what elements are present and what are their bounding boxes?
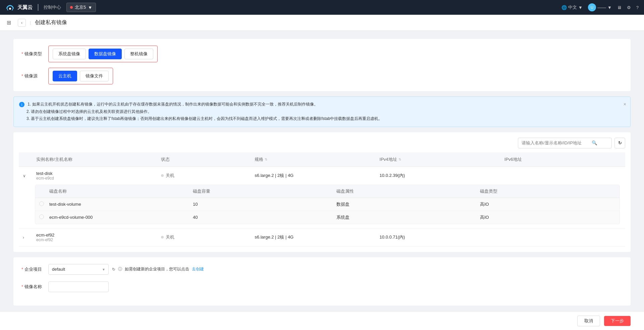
table-row[interactable]: ∨ test-disk ecm-e9cd 关机 s6.large.2 | 2核 … <box>19 167 625 185</box>
image-file-source-btn[interactable]: 镜像文件 <box>80 71 109 81</box>
name-col-2: ecm-ef92 ecm-ef92 <box>32 233 157 242</box>
back-button[interactable]: ‹ <box>18 19 26 27</box>
info-icon: i <box>19 102 24 107</box>
disk-attribute-1: 数据盘 <box>332 201 476 207</box>
monitor-icon: 🖥 <box>617 5 622 10</box>
refresh-button[interactable]: ↻ <box>614 138 625 148</box>
instance-name-1: test-disk <box>36 171 153 176</box>
radio-btn-1[interactable] <box>39 201 44 206</box>
image-source-row: 镜像源 云主机 镜像文件 <box>21 68 623 84</box>
globe-icon: 🌐 <box>561 5 567 10</box>
info-line-2: 2. 请勿在创建镜像过程中对选择的云主机及相关联资源进行其他操作。 <box>26 108 625 116</box>
whole-machine-image-btn[interactable]: 整机镜像 <box>124 49 153 59</box>
status-col-2: 关机 <box>157 234 251 240</box>
disk-radio-2 <box>35 214 45 220</box>
table-header: 实例名称/主机名称 状态 规格 ⇅ IPv4地址 ⇅ IPv6地址 <box>19 152 625 167</box>
disk-row-2: ecm-e9cd-volume-000 40 系统盘 高IO <box>35 211 620 224</box>
region-status-dot <box>70 6 73 9</box>
region-name: 北京5 <box>75 4 86 10</box>
search-button[interactable]: 🔍 <box>589 138 600 148</box>
dth-type: 磁盘类型 <box>476 188 620 194</box>
image-source-label: 镜像源 <box>21 73 48 79</box>
collapse-icon-1[interactable]: ∨ <box>23 174 26 178</box>
help-icon: ? <box>636 5 639 10</box>
th-ipv6: IPv6地址 <box>500 156 625 162</box>
instance-host-2: ecm-ef92 <box>36 238 153 242</box>
instance-table-section: 🔍 ↻ 实例名称/主机名称 状态 规格 ⇅ IPv4地址 ⇅ IPv6地址 ∨ … <box>13 132 631 252</box>
search-row: 🔍 ↻ <box>19 138 625 148</box>
status-dot-1 <box>161 174 164 177</box>
page-title: 创建私有镜像 <box>35 19 67 26</box>
disk-name-1: test-disk-volume <box>45 202 189 207</box>
nav-separator: | <box>30 20 31 25</box>
user-name: —— <box>597 5 606 10</box>
page-footer: 取消 下一步 <box>0 311 644 330</box>
monitor-icon-btn[interactable]: 🖥 <box>617 5 622 10</box>
enterprise-hint-text: 如需创建新的企业项目，您可以点击 <box>125 266 189 272</box>
disk-capacity-1: 10 <box>189 202 332 207</box>
disk-row-1: test-disk-volume 10 数据盘 高IO <box>35 198 620 211</box>
lang-label: 中文 <box>568 4 577 10</box>
expand-icon-2[interactable]: › <box>23 235 24 240</box>
status-dot-2 <box>161 236 164 239</box>
expand-col-1: ∨ <box>19 173 32 178</box>
back-arrow-icon: ‹ <box>21 20 22 25</box>
disk-name-2: ecm-e9cd-volume-000 <box>45 215 189 220</box>
system-disk-image-btn[interactable]: 系统盘镜像 <box>53 49 86 59</box>
info-box-close-btn[interactable]: × <box>624 100 626 109</box>
info-line-1: i 1. 如果云主机开机状态创建私有镜像，运行中的云主机由于存在缓存数据未落盘的… <box>19 101 625 108</box>
lang-chevron-icon: ▼ <box>578 5 583 10</box>
ipv4-col-1: 10.0.2.39(内) <box>376 173 500 179</box>
table-row-container-1: ∨ test-disk ecm-e9cd 关机 s6.large.2 | 2核 … <box>19 167 625 228</box>
enterprise-project-field: 企业项目 default ▼ ↻ ⓘ 如需创建新的企业项目，您可以点击 去创建 <box>21 264 623 275</box>
top-navigation: 天翼云 控制中心 北京5 ▼ 🌐 中文 ▼ U —— ▼ 🖥 ⚙ ? <box>0 0 644 15</box>
status-col-1: 关机 <box>157 173 251 179</box>
mirror-name-input[interactable] <box>48 281 109 292</box>
disk-type-1: 高IO <box>476 201 620 207</box>
instance-host-1: ecm-e9cd <box>36 176 153 181</box>
cloud-host-source-btn[interactable]: 云主机 <box>53 71 77 81</box>
th-status: 状态 <box>157 156 251 162</box>
status-text-1: 关机 <box>166 173 174 179</box>
logo-icon <box>5 4 15 10</box>
control-center-label: 控制中心 <box>44 4 61 10</box>
disk-subtable-1: 磁盘名称 磁盘容量 磁盘属性 磁盘类型 test-disk-volume 10 … <box>35 185 620 224</box>
language-selector[interactable]: 🌐 中文 ▼ <box>561 4 583 10</box>
mirror-name-label: 镜像名称 <box>21 284 48 290</box>
region-chevron-icon: ▼ <box>88 5 92 10</box>
help-icon-btn[interactable]: ? <box>636 5 639 10</box>
status-badge-2: 关机 <box>161 234 247 240</box>
enterprise-project-select[interactable]: default <box>48 264 109 275</box>
instance-name-2: ecm-ef92 <box>36 233 153 238</box>
image-type-label: 镜像类型 <box>21 51 48 57</box>
image-source-selector: 云主机 镜像文件 <box>48 68 113 84</box>
disk-capacity-2: 40 <box>189 215 332 220</box>
settings-icon-btn[interactable]: ⚙ <box>627 5 631 10</box>
image-type-row: 镜像类型 系统盘镜像 数据盘镜像 整机镜像 <box>21 46 623 62</box>
spec-col-1: s6.large.2 | 2核 | 4G <box>251 173 375 179</box>
region-selector[interactable]: 北京5 ▼ <box>66 3 96 12</box>
spec-sort-icon[interactable]: ⇅ <box>265 157 267 161</box>
info-box: i 1. 如果云主机开机状态创建私有镜像，运行中的云主机由于存在缓存数据未落盘的… <box>13 96 631 127</box>
refresh-enterprise-icon[interactable]: ↻ <box>112 267 115 272</box>
next-button[interactable]: 下一步 <box>604 316 631 326</box>
logo: 天翼云 <box>5 4 33 11</box>
cancel-button[interactable]: 取消 <box>577 316 600 326</box>
brand-name: 天翼云 <box>17 4 33 11</box>
radio-btn-2[interactable] <box>39 214 44 219</box>
status-badge-1: 关机 <box>161 173 247 179</box>
ipv4-sort-icon[interactable]: ⇅ <box>398 157 401 161</box>
nav-left: 天翼云 控制中心 北京5 ▼ <box>5 3 96 12</box>
table-row[interactable]: › ecm-ef92 ecm-ef92 关机 s6.large.2 | 2核 |… <box>19 228 625 246</box>
user-menu[interactable]: U —— ▼ <box>588 3 612 11</box>
image-type-selector: 系统盘镜像 数据盘镜像 整机镜像 <box>48 46 158 62</box>
ipv4-col-2: 10.0.0.71(内) <box>376 234 500 240</box>
user-chevron-icon: ▼ <box>607 5 612 10</box>
enterprise-info-icon: ⓘ <box>118 266 122 272</box>
enterprise-create-link[interactable]: 去创建 <box>192 266 204 272</box>
data-disk-image-btn[interactable]: 数据盘镜像 <box>89 49 122 59</box>
th-name: 实例名称/主机名称 <box>32 156 157 162</box>
grid-icon[interactable]: ⊞ <box>7 19 11 26</box>
disk-attribute-2: 系统盘 <box>332 214 476 220</box>
enterprise-select-wrapper: default ▼ <box>48 264 109 275</box>
